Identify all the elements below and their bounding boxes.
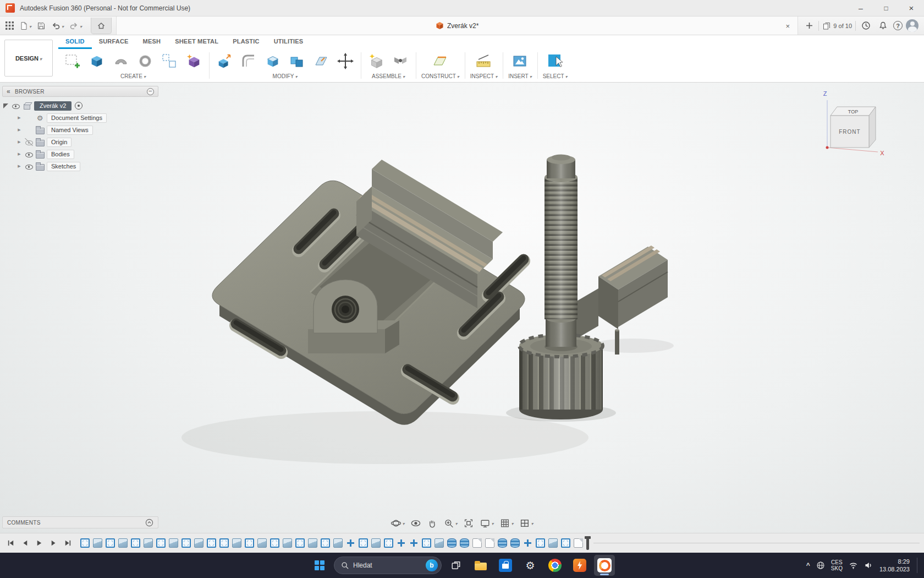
step-forward-icon[interactable]	[47, 537, 59, 549]
taskbar-search[interactable]: Hledat	[334, 557, 442, 574]
skip-to-end-icon[interactable]	[62, 537, 74, 549]
timeline-feature[interactable]	[333, 538, 343, 548]
group-label-modify[interactable]: MODIFY	[273, 72, 298, 81]
joint-icon[interactable]	[391, 51, 410, 71]
orbit-icon[interactable]	[388, 516, 406, 530]
expand-arrow-icon[interactable]	[16, 140, 22, 144]
activate-component-icon[interactable]	[75, 102, 82, 110]
step-back-icon[interactable]	[19, 537, 31, 549]
ribbon-tab[interactable]: SOLID	[58, 35, 92, 49]
settings-gear-icon[interactable]	[520, 555, 541, 576]
timeline-feature[interactable]	[321, 538, 330, 548]
timeline-feature[interactable]	[106, 538, 115, 548]
timeline-feature[interactable]	[308, 538, 317, 548]
file-menu-button[interactable]	[17, 19, 34, 33]
home-view-button[interactable]	[91, 18, 112, 34]
viewports-icon[interactable]	[518, 516, 536, 530]
app-grid-icon[interactable]	[3, 19, 16, 33]
chrome-icon[interactable]	[544, 555, 565, 576]
timeline-feature[interactable]	[472, 538, 482, 548]
save-button[interactable]	[35, 19, 48, 33]
timeline-feature[interactable]	[207, 538, 216, 548]
keyboard-language[interactable]: CES SKQ	[831, 559, 843, 572]
visibility-eye-icon[interactable]	[25, 138, 33, 146]
help-icon[interactable]	[893, 21, 903, 30]
timeline-feature[interactable]	[536, 538, 545, 548]
timeline-feature[interactable]	[485, 538, 494, 548]
expand-arrow-icon[interactable]	[16, 128, 22, 132]
move-copy-icon[interactable]	[336, 51, 355, 71]
zoom-icon[interactable]	[441, 516, 459, 530]
tray-overflow-icon[interactable]	[806, 561, 810, 569]
redo-button[interactable]	[67, 19, 84, 33]
timeline-feature[interactable]	[118, 538, 128, 548]
create-sketch-icon[interactable]	[63, 51, 82, 71]
combine-icon[interactable]	[287, 51, 307, 71]
look-at-icon[interactable]	[408, 516, 423, 530]
timeline-feature[interactable]	[131, 538, 140, 548]
expand-arrow-icon[interactable]	[16, 164, 22, 168]
browser-item[interactable]: Document Settings	[16, 112, 158, 124]
timeline-feature[interactable]	[384, 538, 393, 548]
play-icon[interactable]	[33, 537, 45, 549]
display-settings-icon[interactable]	[477, 516, 496, 530]
task-view-icon[interactable]	[446, 555, 466, 576]
timeline-feature[interactable]	[359, 538, 368, 548]
timeline-feature[interactable]	[409, 538, 419, 548]
sweep-icon[interactable]	[135, 51, 155, 71]
close-button[interactable]	[899, 0, 924, 16]
timeline-feature[interactable]	[371, 538, 381, 548]
network-globe-icon[interactable]	[816, 561, 825, 570]
timeline-feature[interactable]	[156, 538, 166, 548]
timeline-feature[interactable]	[194, 538, 204, 548]
user-avatar[interactable]	[906, 19, 919, 32]
browser-header[interactable]: BROWSER	[2, 86, 158, 97]
timeline-feature[interactable]	[422, 538, 431, 548]
pan-icon[interactable]	[425, 516, 439, 530]
select-icon[interactable]	[545, 51, 565, 71]
minimize-panel-icon[interactable]	[147, 88, 154, 95]
group-label-select[interactable]: SELECT	[543, 72, 568, 81]
construct-plane-icon[interactable]	[430, 51, 450, 71]
shell-icon[interactable]	[263, 51, 283, 71]
show-desktop-button[interactable]	[917, 558, 919, 573]
tab-close-icon[interactable]	[782, 20, 793, 31]
timeline-feature[interactable]	[498, 538, 507, 548]
group-label-assemble[interactable]: ASSEMBLE	[372, 72, 405, 81]
undo-button[interactable]	[49, 19, 66, 33]
app-orange-icon[interactable]	[569, 555, 590, 576]
timeline-feature[interactable]	[574, 538, 583, 548]
timeline-feature[interactable]	[548, 538, 558, 548]
taskbar-clock[interactable]: 8:29 13.08.2023	[879, 558, 910, 574]
view-cube[interactable]: TOP FRONT Z X	[805, 88, 888, 160]
document-tab[interactable]: Zverák v2*	[116, 17, 798, 35]
new-component-icon[interactable]	[366, 51, 386, 71]
visibility-eye-icon[interactable]	[12, 102, 20, 110]
collapse-panel-icon[interactable]	[7, 88, 10, 95]
group-label-construct[interactable]: CONSTRUCT	[421, 72, 459, 81]
expand-arrow-icon[interactable]	[16, 152, 22, 156]
start-button[interactable]	[309, 555, 330, 576]
timeline-feature[interactable]	[346, 538, 355, 548]
timeline-feature[interactable]	[270, 538, 279, 548]
notifications-bell-icon[interactable]	[876, 19, 890, 33]
browser-item[interactable]: Bodies	[16, 148, 158, 160]
grid-snap-icon[interactable]	[498, 516, 516, 530]
group-label-inspect[interactable]: INSPECT	[470, 72, 497, 81]
comments-bar[interactable]: COMMENTS	[2, 516, 158, 528]
workspace-selector[interactable]: DESIGN	[4, 40, 53, 77]
document-counter[interactable]: 9 of 10	[822, 21, 852, 30]
timeline-feature[interactable]	[80, 538, 90, 548]
visibility-eye-icon[interactable]	[25, 162, 33, 170]
extrude-icon[interactable]	[87, 51, 107, 71]
expand-comments-icon[interactable]	[145, 519, 153, 527]
revolve-icon[interactable]	[111, 51, 131, 71]
timeline-feature[interactable]	[144, 538, 153, 548]
file-explorer-icon[interactable]	[470, 555, 491, 576]
ribbon-tab[interactable]: SURFACE	[92, 35, 136, 49]
visibility-eye-icon[interactable]	[25, 150, 33, 158]
measure-icon[interactable]	[474, 51, 493, 71]
expand-arrow-icon[interactable]	[16, 116, 22, 120]
timeline-position-marker[interactable]	[586, 537, 589, 550]
job-status-clock-icon[interactable]	[859, 19, 873, 33]
